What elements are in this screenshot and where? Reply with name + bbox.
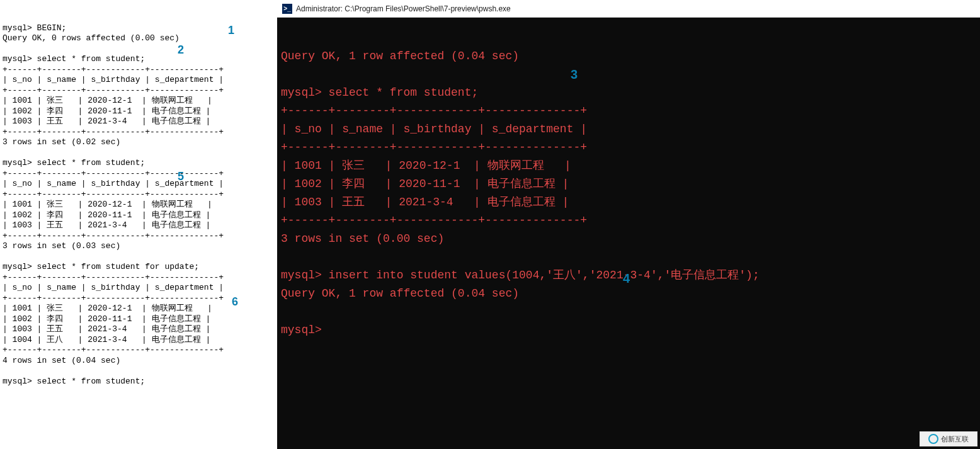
- term-line: +------+--------+------------+----------…: [3, 86, 224, 95]
- term-line: | 1002 | 李四 | 2020-11-1 | 电子信息工程 |: [281, 178, 569, 190]
- term-line: | 1001 | 张三 | 2020-12-1 | 物联网工程 |: [281, 159, 571, 172]
- term-line: | 1001 | 张三 | 2020-12-1 | 物联网工程 |: [3, 96, 212, 105]
- term-line: 4 rows in set (0.04 sec): [3, 356, 120, 365]
- annotation-marker-4: 4: [623, 270, 630, 288]
- window-title-bar[interactable]: >_ Administrator: C:\Program Files\Power…: [277, 0, 980, 18]
- term-line: 3 rows in set (0.03 sec): [3, 241, 120, 251]
- term-line: | 1001 | 张三 | 2020-12-1 | 物联网工程 |: [3, 304, 212, 313]
- watermark-logo-icon: [928, 434, 938, 444]
- annotation-marker-6: 6: [232, 297, 238, 307]
- watermark-text: 创新互联: [941, 435, 969, 444]
- term-line: | 1002 | 李四 | 2020-11-1 | 电子信息工程 |: [3, 106, 210, 116]
- term-line: +------+--------+------------+----------…: [3, 345, 224, 355]
- term-line: Query OK, 1 row affected (0.04 sec): [281, 287, 519, 300]
- powershell-icon: >_: [282, 4, 292, 14]
- term-line: +------+--------+------------+----------…: [281, 105, 587, 117]
- term-line: mysql>: [281, 324, 322, 336]
- right-terminal-pane[interactable]: Query OK, 1 row affected (0.04 sec) mysq…: [277, 18, 980, 449]
- term-line: 3 rows in set (0.02 sec): [3, 137, 120, 147]
- term-line: +------+--------+------------+----------…: [281, 141, 587, 154]
- annotation-marker-1: 1: [228, 25, 234, 36]
- term-line: 3 rows in set (0.00 sec): [281, 232, 444, 245]
- term-line: +------+--------+------------+----------…: [3, 190, 224, 199]
- annotation-marker-5: 5: [178, 171, 184, 182]
- watermark-badge: 创新互联: [920, 431, 977, 446]
- annotation-marker-3: 3: [571, 65, 578, 84]
- window-title-text: Administrator: C:\Program Files\PowerShe…: [296, 4, 511, 13]
- term-line: +------+--------+------------+----------…: [3, 293, 224, 303]
- term-line: +------+--------+------------+----------…: [3, 273, 224, 282]
- term-line: +------+--------+------------+----------…: [281, 214, 587, 227]
- term-line: mysql> select * from student;: [3, 54, 145, 64]
- term-line: | 1002 | 李四 | 2020-11-1 | 电子信息工程 |: [3, 210, 210, 220]
- term-line: | 1001 | 张三 | 2020-12-1 | 物联网工程 |: [3, 200, 212, 209]
- term-line: +------+--------+------------+----------…: [3, 127, 224, 137]
- term-line: mysql> insert into student values(1004,'…: [281, 269, 760, 281]
- term-line: mysql> select * from student;: [3, 158, 145, 168]
- term-line: +------+--------+------------+----------…: [3, 169, 224, 178]
- term-line: mysql> select * from student for update;: [3, 262, 199, 271]
- term-line: mysql> select * from student;: [281, 86, 478, 99]
- term-line: +------+--------+------------+----------…: [3, 231, 224, 241]
- term-line: mysql> select * from student;: [3, 377, 145, 386]
- term-line: | 1004 | 王八 | 2021-3-4 | 电子信息工程 |: [3, 335, 210, 344]
- term-line: | s_no | s_name | s_birthday | s_departm…: [3, 75, 224, 84]
- left-terminal-pane[interactable]: mysql> BEGIN; Query OK, 0 rows affected …: [0, 0, 277, 449]
- term-line: | s_no | s_name | s_birthday | s_departm…: [281, 123, 587, 135]
- term-line: | 1003 | 王五 | 2021-3-4 | 电子信息工程 |: [3, 117, 210, 126]
- term-line: | 1003 | 王五 | 2021-3-4 | 电子信息工程 |: [3, 324, 210, 334]
- term-line: | s_no | s_name | s_birthday | s_departm…: [3, 179, 224, 188]
- term-line: Query OK, 0 rows affected (0.00 sec): [3, 33, 179, 43]
- term-line: | 1003 | 王五 | 2021-3-4 | 电子信息工程 |: [281, 196, 569, 208]
- term-line: | s_no | s_name | s_birthday | s_departm…: [3, 283, 224, 292]
- term-line: mysql> BEGIN;: [3, 23, 66, 33]
- term-line: | 1002 | 李四 | 2020-11-1 | 电子信息工程 |: [3, 314, 210, 324]
- annotation-marker-2: 2: [178, 45, 184, 55]
- term-line: | 1003 | 王五 | 2021-3-4 | 电子信息工程 |: [3, 220, 210, 230]
- right-terminal-window: >_ Administrator: C:\Program Files\Power…: [277, 0, 980, 449]
- term-line: Query OK, 1 row affected (0.04 sec): [281, 50, 519, 62]
- term-line: +------+--------+------------+----------…: [3, 65, 224, 74]
